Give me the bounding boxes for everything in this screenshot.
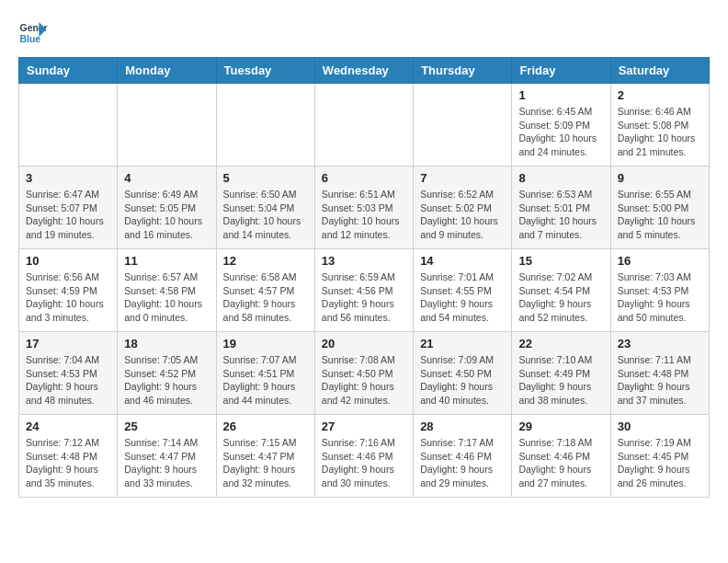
day-number: 14 [420, 254, 505, 268]
day-number: 2 [618, 88, 702, 102]
week-row-1: 3Sunrise: 6:47 AMSunset: 5:07 PMDaylight… [19, 167, 710, 249]
day-info: Sunrise: 6:47 AMSunset: 5:07 PMDaylight:… [26, 188, 110, 242]
day-info: Sunrise: 6:53 AMSunset: 5:01 PMDaylight:… [518, 188, 603, 242]
day-number: 22 [518, 337, 603, 350]
weekday-header-saturday: Saturday [610, 58, 709, 84]
calendar-cell [19, 84, 118, 167]
week-row-0: 1Sunrise: 6:45 AMSunset: 5:09 PMDaylight… [19, 84, 710, 167]
day-info: Sunrise: 7:14 AMSunset: 4:47 PMDaylight:… [124, 436, 209, 490]
weekday-header-sunday: Sunday [19, 58, 118, 84]
calendar-cell [414, 84, 512, 167]
calendar-cell: 16Sunrise: 7:03 AMSunset: 4:53 PMDayligh… [610, 249, 709, 332]
calendar-cell: 9Sunrise: 6:55 AMSunset: 5:00 PMDaylight… [610, 167, 709, 249]
header: General Blue [18, 18, 710, 48]
calendar-cell: 19Sunrise: 7:07 AMSunset: 4:51 PMDayligh… [216, 332, 314, 415]
day-number: 24 [26, 419, 110, 433]
calendar-cell: 22Sunrise: 7:10 AMSunset: 4:49 PMDayligh… [512, 332, 610, 415]
weekday-header-tuesday: Tuesday [216, 58, 314, 84]
logo-icon: General Blue [18, 18, 48, 48]
day-number: 8 [518, 171, 603, 185]
day-info: Sunrise: 7:09 AMSunset: 4:50 PMDaylight:… [420, 353, 505, 408]
calendar-cell: 1Sunrise: 6:45 AMSunset: 5:09 PMDaylight… [512, 84, 610, 167]
calendar-cell: 3Sunrise: 6:47 AMSunset: 5:07 PMDaylight… [19, 167, 118, 249]
day-info: Sunrise: 6:46 AMSunset: 5:08 PMDaylight:… [618, 105, 702, 159]
day-info: Sunrise: 6:56 AMSunset: 4:59 PMDaylight:… [26, 270, 110, 325]
day-number: 6 [322, 171, 406, 185]
day-number: 30 [618, 419, 702, 433]
calendar-table: SundayMondayTuesdayWednesdayThursdayFrid… [18, 57, 710, 498]
day-info: Sunrise: 6:49 AMSunset: 5:05 PMDaylight:… [124, 188, 209, 242]
calendar-cell: 2Sunrise: 6:46 AMSunset: 5:08 PMDaylight… [610, 84, 709, 167]
calendar-cell: 6Sunrise: 6:51 AMSunset: 5:03 PMDaylight… [314, 167, 413, 249]
day-info: Sunrise: 7:11 AMSunset: 4:48 PMDaylight:… [618, 353, 702, 408]
calendar-cell: 4Sunrise: 6:49 AMSunset: 5:05 PMDaylight… [118, 167, 216, 249]
day-info: Sunrise: 7:12 AMSunset: 4:48 PMDaylight:… [26, 436, 110, 490]
calendar-cell [118, 84, 216, 167]
calendar-cell: 15Sunrise: 7:02 AMSunset: 4:54 PMDayligh… [512, 249, 610, 332]
calendar-cell: 26Sunrise: 7:15 AMSunset: 4:47 PMDayligh… [216, 415, 314, 498]
day-info: Sunrise: 6:59 AMSunset: 4:56 PMDaylight:… [322, 270, 406, 325]
day-info: Sunrise: 6:45 AMSunset: 5:09 PMDaylight:… [518, 105, 603, 159]
day-number: 7 [420, 171, 505, 185]
day-number: 15 [518, 254, 603, 268]
calendar-cell: 11Sunrise: 6:57 AMSunset: 4:58 PMDayligh… [118, 249, 216, 332]
calendar-cell [216, 84, 314, 167]
week-row-4: 24Sunrise: 7:12 AMSunset: 4:48 PMDayligh… [19, 415, 710, 498]
calendar-cell: 5Sunrise: 6:50 AMSunset: 5:04 PMDaylight… [216, 167, 314, 249]
week-row-3: 17Sunrise: 7:04 AMSunset: 4:53 PMDayligh… [19, 332, 710, 415]
day-number: 25 [124, 419, 209, 433]
day-info: Sunrise: 7:15 AMSunset: 4:47 PMDaylight:… [223, 436, 308, 490]
day-info: Sunrise: 7:01 AMSunset: 4:55 PMDaylight:… [420, 270, 505, 325]
day-info: Sunrise: 7:04 AMSunset: 4:53 PMDaylight:… [26, 353, 110, 408]
day-number: 16 [618, 254, 702, 268]
day-number: 28 [420, 419, 505, 433]
calendar-cell: 13Sunrise: 6:59 AMSunset: 4:56 PMDayligh… [314, 249, 413, 332]
calendar-cell: 29Sunrise: 7:18 AMSunset: 4:46 PMDayligh… [512, 415, 610, 498]
day-number: 26 [223, 419, 308, 433]
day-number: 4 [124, 171, 209, 185]
day-number: 18 [124, 337, 209, 350]
weekday-header-wednesday: Wednesday [314, 58, 413, 84]
day-number: 29 [518, 419, 603, 433]
day-info: Sunrise: 7:05 AMSunset: 4:52 PMDaylight:… [124, 353, 209, 408]
day-info: Sunrise: 7:08 AMSunset: 4:50 PMDaylight:… [322, 353, 406, 408]
header-row: SundayMondayTuesdayWednesdayThursdayFrid… [19, 58, 710, 84]
day-info: Sunrise: 6:55 AMSunset: 5:00 PMDaylight:… [618, 188, 702, 242]
week-row-2: 10Sunrise: 6:56 AMSunset: 4:59 PMDayligh… [19, 249, 710, 332]
day-number: 23 [618, 337, 702, 350]
day-number: 10 [26, 254, 110, 268]
logo: General Blue [18, 18, 51, 48]
weekday-header-thursday: Thursday [414, 58, 512, 84]
day-number: 20 [322, 337, 406, 350]
day-info: Sunrise: 7:18 AMSunset: 4:46 PMDaylight:… [518, 436, 603, 490]
day-number: 1 [518, 88, 603, 102]
calendar-cell: 28Sunrise: 7:17 AMSunset: 4:46 PMDayligh… [414, 415, 512, 498]
calendar-cell: 21Sunrise: 7:09 AMSunset: 4:50 PMDayligh… [414, 332, 512, 415]
calendar-cell: 27Sunrise: 7:16 AMSunset: 4:46 PMDayligh… [314, 415, 413, 498]
day-number: 27 [322, 419, 406, 433]
day-number: 21 [420, 337, 505, 350]
svg-text:Blue: Blue [20, 34, 41, 44]
day-number: 3 [26, 171, 110, 185]
day-number: 11 [124, 254, 209, 268]
calendar-cell: 24Sunrise: 7:12 AMSunset: 4:48 PMDayligh… [19, 415, 118, 498]
day-info: Sunrise: 7:16 AMSunset: 4:46 PMDaylight:… [322, 436, 406, 490]
day-info: Sunrise: 6:58 AMSunset: 4:57 PMDaylight:… [223, 270, 308, 325]
weekday-header-friday: Friday [512, 58, 610, 84]
day-number: 5 [223, 171, 308, 185]
day-info: Sunrise: 6:51 AMSunset: 5:03 PMDaylight:… [322, 188, 406, 242]
calendar-cell: 14Sunrise: 7:01 AMSunset: 4:55 PMDayligh… [414, 249, 512, 332]
calendar-cell: 30Sunrise: 7:19 AMSunset: 4:45 PMDayligh… [610, 415, 709, 498]
day-info: Sunrise: 7:03 AMSunset: 4:53 PMDaylight:… [618, 270, 702, 325]
day-info: Sunrise: 6:57 AMSunset: 4:58 PMDaylight:… [124, 270, 209, 325]
day-info: Sunrise: 7:17 AMSunset: 4:46 PMDaylight:… [420, 436, 505, 490]
calendar-cell [314, 84, 413, 167]
calendar-cell: 7Sunrise: 6:52 AMSunset: 5:02 PMDaylight… [414, 167, 512, 249]
day-number: 9 [618, 171, 702, 185]
day-number: 19 [223, 337, 308, 350]
calendar-cell: 10Sunrise: 6:56 AMSunset: 4:59 PMDayligh… [19, 249, 118, 332]
calendar-cell: 18Sunrise: 7:05 AMSunset: 4:52 PMDayligh… [118, 332, 216, 415]
calendar-cell: 17Sunrise: 7:04 AMSunset: 4:53 PMDayligh… [19, 332, 118, 415]
calendar-cell: 23Sunrise: 7:11 AMSunset: 4:48 PMDayligh… [610, 332, 709, 415]
calendar-cell: 20Sunrise: 7:08 AMSunset: 4:50 PMDayligh… [314, 332, 413, 415]
